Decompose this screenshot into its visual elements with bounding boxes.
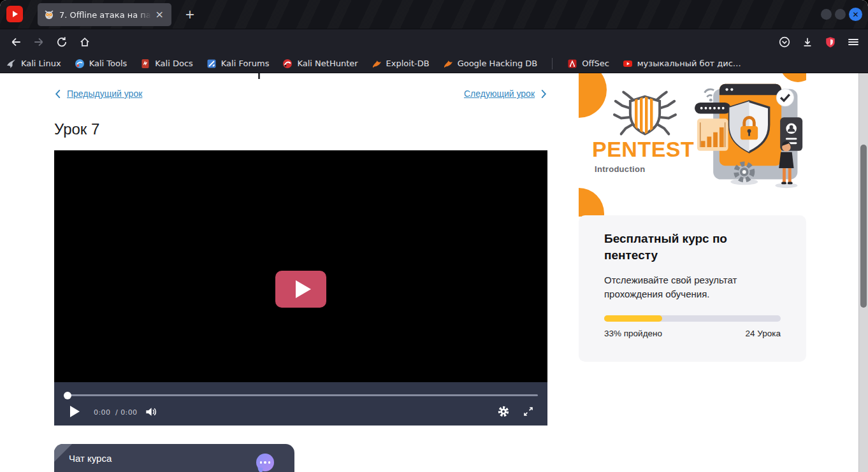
tab-close-icon[interactable]: × bbox=[153, 8, 166, 21]
video-seek-slider[interactable] bbox=[64, 394, 538, 396]
big-play-button[interactable] bbox=[275, 271, 326, 308]
previous-lesson-link[interactable]: Предыдущий урок bbox=[54, 89, 142, 99]
active-tab[interactable]: 7. Offline атака на пароли × bbox=[38, 3, 171, 26]
bookmark-kali-docs[interactable]: Kali Docs bbox=[140, 59, 193, 69]
chevron-right-icon bbox=[540, 89, 547, 99]
page-scrollbar[interactable] bbox=[858, 73, 868, 472]
bookmark-kali-forums[interactable]: Kali Forums bbox=[206, 59, 270, 69]
course-banner-illustration bbox=[695, 78, 806, 194]
clipped-heading-stem bbox=[258, 73, 260, 79]
course-card-description: Отслеживайте свой результат прохождения … bbox=[604, 273, 771, 301]
play-icon bbox=[296, 280, 311, 298]
scrollbar-thumb[interactable] bbox=[860, 145, 867, 308]
kali-tools-icon bbox=[75, 59, 85, 69]
volume-button[interactable] bbox=[145, 406, 157, 418]
google-hacking-db-bird-icon bbox=[443, 59, 453, 69]
settings-button[interactable] bbox=[498, 406, 509, 417]
lessons-count-label: 24 Урока bbox=[746, 329, 781, 338]
pocket-button[interactable] bbox=[779, 36, 790, 48]
hamburger-icon bbox=[848, 38, 858, 46]
browser-window: 7. Offline атака на пароли × + ✕ bbox=[0, 0, 868, 472]
navigation-toolbar: https://codeby.school/training/view/urok… bbox=[0, 29, 868, 54]
time-separator: / bbox=[115, 408, 118, 417]
bookmark-label: Kali Linux bbox=[21, 59, 61, 68]
offsec-icon bbox=[567, 59, 577, 69]
kali-docs-icon bbox=[140, 59, 150, 69]
bookmark-label: Google Hacking DB bbox=[458, 59, 538, 68]
banner-subtitle: Introduction bbox=[595, 164, 645, 174]
gear-icon bbox=[498, 406, 509, 417]
bookmark-label: Kali NetHunter bbox=[297, 59, 358, 68]
home-button[interactable] bbox=[79, 36, 90, 48]
course-card-title: Бесплатный курс по пентесту bbox=[604, 231, 763, 263]
exploit-db-bird-icon bbox=[372, 59, 382, 69]
bookmark-label: музыкальный бот дис… bbox=[637, 59, 741, 68]
pentest-spider-shield-logo-icon bbox=[609, 90, 681, 141]
next-lesson-label: Следующий урок bbox=[464, 89, 535, 99]
volume-icon bbox=[145, 406, 157, 418]
forward-button[interactable] bbox=[33, 36, 45, 48]
back-button[interactable] bbox=[10, 36, 22, 48]
banner-brand-text: PENTEST bbox=[592, 137, 694, 162]
chat-title: Чат курса bbox=[69, 453, 112, 464]
course-progress-bar bbox=[604, 315, 781, 322]
back-arrow-icon bbox=[10, 36, 22, 48]
current-time: 0:00 bbox=[94, 408, 110, 417]
video-screen[interactable] bbox=[54, 150, 547, 382]
reload-icon bbox=[56, 36, 68, 48]
window-close-button[interactable]: ✕ bbox=[849, 8, 862, 21]
window-minimize-button[interactable] bbox=[821, 9, 832, 20]
bookmark--[interactable]: музыкальный бот дис… bbox=[623, 59, 741, 69]
banner-circle-decoration bbox=[579, 188, 604, 217]
bookmark-label: OffSec bbox=[582, 59, 609, 68]
youtube-play-icon bbox=[13, 11, 18, 17]
banner-circle-decoration bbox=[579, 73, 607, 118]
new-tab-button[interactable]: + bbox=[182, 6, 198, 22]
video-player: 0:00 / 0:00 bbox=[54, 150, 547, 426]
course-progress-fill bbox=[604, 315, 662, 322]
reload-button[interactable] bbox=[56, 36, 68, 48]
fullscreen-button[interactable] bbox=[523, 406, 533, 417]
bookmark-label: Kali Forums bbox=[221, 59, 270, 68]
adblock-extension-button[interactable] bbox=[825, 36, 836, 48]
download-icon bbox=[802, 36, 813, 48]
codeby-owl-favicon-icon bbox=[44, 10, 54, 20]
bookmark-google-hacking-db[interactable]: Google Hacking DB bbox=[443, 59, 538, 69]
window-maximize-button[interactable] bbox=[835, 9, 846, 20]
chevron-left-icon bbox=[54, 89, 61, 99]
kali-forums-icon bbox=[206, 59, 217, 69]
bookmark-label: Kali Docs bbox=[155, 59, 193, 68]
titlebar: 7. Offline атака на пароли × + ✕ bbox=[0, 0, 868, 29]
bookmarks-bar: Kali LinuxKali ToolsKali DocsKali Forums… bbox=[0, 54, 868, 73]
bookmark-kali-linux[interactable]: Kali Linux bbox=[6, 59, 61, 69]
bookmark-kali-nethunter[interactable]: Kali NetHunter bbox=[282, 59, 358, 69]
tab-title: 7. Offline атака на пароли bbox=[59, 10, 153, 20]
bookmark-offsec[interactable]: OffSec bbox=[567, 59, 609, 69]
forward-arrow-icon bbox=[33, 36, 45, 48]
fullscreen-icon bbox=[523, 406, 533, 417]
play-button[interactable] bbox=[70, 406, 80, 417]
course-banner: PENTEST Introduction bbox=[579, 73, 806, 217]
sidebar: PENTEST Introduction bbox=[579, 73, 806, 472]
kali-nethunter-icon bbox=[282, 59, 293, 69]
youtube-icon bbox=[623, 59, 633, 69]
progress-percent-label: 33% пройдено bbox=[604, 329, 662, 338]
bookmark-label: Exploit-DB bbox=[386, 59, 430, 68]
downloads-button[interactable] bbox=[802, 36, 813, 48]
pinned-tab-youtube[interactable] bbox=[6, 6, 23, 22]
page-content: Предыдущий урок Следующий урок Урок 7 0:… bbox=[0, 73, 868, 472]
menu-button[interactable] bbox=[848, 36, 859, 48]
lesson-title: Урок 7 bbox=[54, 120, 99, 138]
kali-linux-icon bbox=[6, 59, 17, 69]
bookmark-kali-tools[interactable]: Kali Tools bbox=[75, 59, 127, 69]
course-chat-widget[interactable]: Чат курса bbox=[54, 444, 294, 472]
chat-bubble-icon[interactable] bbox=[256, 454, 274, 471]
bookmark-exploit-db[interactable]: Exploit-DB bbox=[372, 59, 430, 69]
pocket-icon bbox=[779, 36, 790, 48]
seek-handle[interactable] bbox=[64, 392, 71, 399]
course-progress-card: Бесплатный курс по пентесту Отслеживайте… bbox=[579, 215, 806, 362]
next-lesson-link[interactable]: Следующий урок bbox=[464, 89, 547, 99]
bookmarks-separator bbox=[552, 58, 553, 69]
time-display: 0:00 / 0:00 bbox=[94, 408, 137, 417]
adblock-shield-icon bbox=[825, 36, 836, 48]
